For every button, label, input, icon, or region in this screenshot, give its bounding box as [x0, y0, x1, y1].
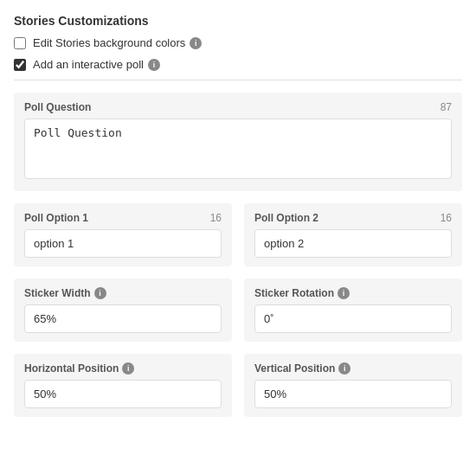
vertical-position-info-icon[interactable]: i — [338, 362, 351, 375]
sticker-width-header: Sticker Width i — [24, 287, 222, 299]
section-title: Stories Customizations — [14, 14, 462, 28]
sticker-width-label: Sticker Width i — [24, 287, 106, 299]
horizontal-position-header: Horizontal Position i — [24, 362, 222, 375]
horizontal-position-section: Horizontal Position i — [14, 354, 232, 417]
interactive-poll-info-icon[interactable]: i — [148, 59, 160, 71]
sticker-width-info-icon[interactable]: i — [94, 287, 106, 299]
sticker-rotation-label: Sticker Rotation i — [254, 287, 350, 299]
background-colors-checkbox[interactable] — [14, 37, 26, 49]
interactive-poll-checkbox[interactable] — [14, 59, 26, 71]
vertical-position-header: Vertical Position i — [254, 362, 452, 375]
poll-question-count: 87 — [441, 101, 452, 113]
poll-option2-input[interactable] — [254, 229, 452, 258]
sticker-width-section: Sticker Width i — [14, 279, 232, 342]
background-colors-row: Edit Stories background colors i — [14, 36, 462, 49]
poll-option2-section: Poll Option 2 16 — [244, 203, 462, 266]
background-colors-label[interactable]: Edit Stories background colors i — [33, 36, 202, 49]
background-colors-info-icon[interactable]: i — [190, 37, 202, 49]
poll-option2-count: 16 — [441, 212, 452, 224]
poll-options-row: Poll Option 1 16 Poll Option 2 16 — [14, 203, 462, 266]
vertical-position-input[interactable] — [254, 380, 452, 408]
sticker-rotation-input[interactable] — [254, 304, 452, 333]
sticker-width-input[interactable] — [24, 304, 222, 333]
poll-question-header: Poll Question 87 — [24, 101, 452, 113]
interactive-poll-label[interactable]: Add an interactive poll i — [33, 58, 160, 71]
sticker-rotation-section: Sticker Rotation i — [244, 279, 462, 342]
poll-option2-label: Poll Option 2 — [254, 212, 318, 224]
poll-question-input[interactable] — [24, 118, 452, 179]
sticker-rotation-info-icon[interactable]: i — [338, 287, 350, 299]
vertical-position-label: Vertical Position i — [254, 362, 351, 375]
sticker-rotation-header: Sticker Rotation i — [254, 287, 452, 299]
poll-option1-label: Poll Option 1 — [24, 212, 88, 224]
poll-option1-count: 16 — [210, 212, 222, 224]
sticker-row: Sticker Width i Sticker Rotation i — [14, 279, 462, 342]
interactive-poll-row: Add an interactive poll i — [14, 58, 462, 71]
poll-option1-section: Poll Option 1 16 — [14, 203, 232, 266]
poll-option1-header: Poll Option 1 16 — [24, 212, 222, 224]
poll-option2-header: Poll Option 2 16 — [254, 212, 452, 224]
position-row: Horizontal Position i Vertical Position … — [14, 354, 462, 417]
horizontal-position-label: Horizontal Position i — [24, 362, 134, 375]
horizontal-position-info-icon[interactable]: i — [122, 362, 134, 375]
horizontal-position-input[interactable] — [24, 380, 222, 408]
poll-question-section: Poll Question 87 — [14, 93, 462, 191]
poll-question-label: Poll Question — [24, 101, 91, 113]
vertical-position-section: Vertical Position i — [244, 354, 462, 417]
divider — [14, 80, 462, 80]
poll-option1-input[interactable] — [24, 229, 222, 258]
